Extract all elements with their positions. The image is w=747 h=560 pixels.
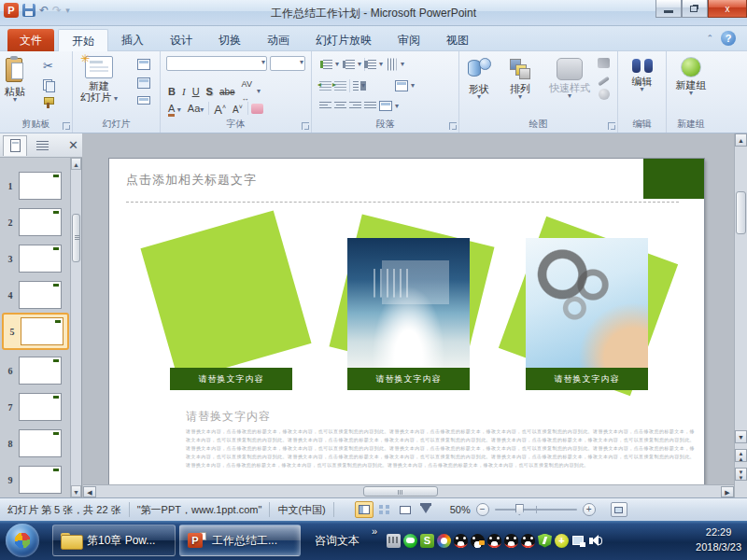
font-size-combobox[interactable] <box>270 56 305 71</box>
slide-thumbnail-4[interactable]: 4 <box>2 278 69 312</box>
network-icon[interactable] <box>571 534 585 548</box>
shape-effects-icon[interactable] <box>599 89 610 100</box>
editing-button[interactable]: 编辑 ▾ <box>618 55 666 92</box>
slide-thumbnail-8[interactable]: 8 <box>2 427 69 460</box>
clipboard-dialog-launcher[interactable] <box>63 122 70 130</box>
strikethrough-button[interactable]: abe <box>218 85 237 99</box>
shape-fill-icon[interactable] <box>598 58 610 68</box>
italic-button[interactable]: I <box>180 85 188 99</box>
help-icon[interactable]: ? <box>721 31 736 46</box>
align-right-icon[interactable] <box>349 102 361 110</box>
font-name-combobox[interactable] <box>166 56 267 71</box>
zoom-out-button[interactable]: − <box>476 503 489 516</box>
text-align-box-icon[interactable] <box>395 80 408 91</box>
next-slide-button[interactable]: ▼▼ <box>735 468 747 481</box>
slide-title-placeholder[interactable]: 点击添加相关标题文字 <box>126 172 257 189</box>
tab-slides-thumbnails[interactable] <box>3 135 27 156</box>
panel-scroll-down-icon[interactable]: ▼ <box>71 485 81 497</box>
green-s-app-icon[interactable]: S <box>420 534 434 548</box>
scroll-left-icon[interactable]: ◀ <box>83 486 96 497</box>
language-indicator[interactable]: 中文(中国) <box>277 503 325 517</box>
clear-formatting-icon[interactable] <box>251 104 263 114</box>
slide-editor-area[interactable]: 点击添加相关标题文字 请替换文字内容 请替换文字内容 请替换文字内容 <box>83 133 734 497</box>
slide-thumbnail-3[interactable]: 3 <box>2 242 69 275</box>
grow-font-button[interactable]: A˄ <box>212 100 228 117</box>
wechat-icon[interactable] <box>403 534 417 548</box>
normal-view-button[interactable] <box>355 501 374 518</box>
text-shadow-button[interactable]: S <box>204 85 215 99</box>
input-method-icon[interactable] <box>387 534 401 548</box>
new-slide-button[interactable]: ✳ 新建 幻灯片 ▾ <box>80 56 118 103</box>
tab-file[interactable]: 文件 <box>7 29 54 51</box>
slideshow-button[interactable] <box>416 501 435 518</box>
reset-slide-icon[interactable] <box>137 77 150 89</box>
arrange-button[interactable]: 排列 ▾ <box>508 57 532 100</box>
panel-scroll-up-icon[interactable]: ▲ <box>71 158 81 170</box>
slide-thumbnail-7[interactable]: 7 <box>2 390 69 424</box>
paste-button[interactable]: 粘贴 ▾ <box>4 56 26 103</box>
slide-sorter-button[interactable] <box>375 501 394 518</box>
tab-home[interactable]: 开始 <box>58 29 108 51</box>
shape-outline-icon[interactable] <box>598 77 610 87</box>
tab-slideshow[interactable]: 幻灯片放映 <box>303 29 385 51</box>
panel-close-icon[interactable]: ✕ <box>68 138 78 152</box>
scroll-up-icon[interactable]: ▲ <box>735 133 747 147</box>
photo-gears[interactable] <box>526 238 648 368</box>
align-center-icon[interactable] <box>334 102 346 110</box>
quick-styles-button[interactable]: 快速样式 ▾ <box>549 58 590 99</box>
slide-thumbnail-6[interactable]: 6 <box>2 354 69 387</box>
change-case-button[interactable]: Aa▾ <box>186 102 205 116</box>
rainbow-app-icon[interactable] <box>437 534 451 548</box>
security-shield-icon[interactable] <box>538 534 552 548</box>
taskbar-folder-window[interactable]: 第10章 Pow... <box>52 525 176 556</box>
minimize-ribbon-icon[interactable]: ⌃ <box>706 34 713 43</box>
taskbar-chat-window[interactable]: 咨询文本 <box>306 525 368 556</box>
decrease-indent-icon[interactable] <box>319 81 331 91</box>
tab-animations[interactable]: 动画 <box>254 29 303 51</box>
image-card-3[interactable]: 请替换文字内容 <box>526 238 648 390</box>
vertical-scrollbar[interactable]: ▲ ▼ ▲▲ ▼▼ <box>734 133 747 497</box>
reading-view-button[interactable] <box>396 501 415 518</box>
caption-bar-2[interactable]: 请替换文字内容 <box>347 368 470 390</box>
justify-icon[interactable] <box>364 102 376 110</box>
slide-thumbnail-5-selected[interactable]: 5 <box>2 313 69 350</box>
new-group-button[interactable]: 新建组 ▾ <box>667 55 715 96</box>
taskbar-clock[interactable]: 22:29 2018/3/23 <box>696 525 741 554</box>
horizontal-scroll-thumb[interactable] <box>363 486 438 497</box>
taskbar-powerpoint-window[interactable]: P 工作总结工... <box>179 525 301 556</box>
caption-bar-3[interactable]: 请替换文字内容 <box>526 368 648 390</box>
scroll-right-icon[interactable]: ▶ <box>721 486 734 497</box>
copy-icon[interactable] <box>43 79 54 91</box>
text-direction-icon[interactable] <box>388 59 397 71</box>
image-card-2[interactable]: 请替换文字内容 <box>347 238 470 390</box>
align-left-icon[interactable] <box>319 102 331 110</box>
photo-analytics[interactable] <box>347 238 470 368</box>
line-spacing-icon[interactable] <box>368 60 376 69</box>
volume-icon[interactable] <box>588 534 602 548</box>
zoom-slider-thumb[interactable] <box>515 504 524 515</box>
coin-plus-icon[interactable] <box>555 534 569 548</box>
zoom-percentage[interactable]: 50% <box>450 504 471 515</box>
panel-scroll-thumb[interactable] <box>72 214 80 262</box>
taskbar-overflow-icon[interactable]: » <box>372 525 377 537</box>
increase-indent-icon[interactable] <box>334 81 346 91</box>
zoom-slider[interactable] <box>495 509 577 511</box>
restore-button[interactable] <box>682 0 708 18</box>
image-card-1[interactable]: 请替换文字内容 <box>170 238 292 390</box>
tab-outline[interactable] <box>30 135 54 156</box>
minimize-button[interactable] <box>655 0 682 18</box>
zoom-in-button[interactable]: + <box>583 503 596 516</box>
numbering-icon[interactable] <box>345 60 355 69</box>
tab-design[interactable]: 设计 <box>157 29 205 51</box>
previous-slide-button[interactable]: ▲▲ <box>735 449 747 462</box>
qq-icon-2[interactable] <box>471 534 485 548</box>
horizontal-scrollbar[interactable]: ◀ ▶ <box>83 484 734 497</box>
tab-transitions[interactable]: 切换 <box>205 29 254 51</box>
paragraph-dialog-launcher[interactable] <box>449 122 457 130</box>
fit-to-window-button[interactable] <box>611 502 627 517</box>
smartart-convert-icon[interactable] <box>379 101 392 111</box>
qq-icon-3[interactable] <box>487 534 501 548</box>
tab-insert[interactable]: 插入 <box>108 29 157 51</box>
layout-icon[interactable] <box>137 59 150 70</box>
body-placeholder-text[interactable]: 请替换文本内容，点击修改您的标题文本，修改文本内容，也可以直接复制您的内容到此。… <box>186 427 695 469</box>
